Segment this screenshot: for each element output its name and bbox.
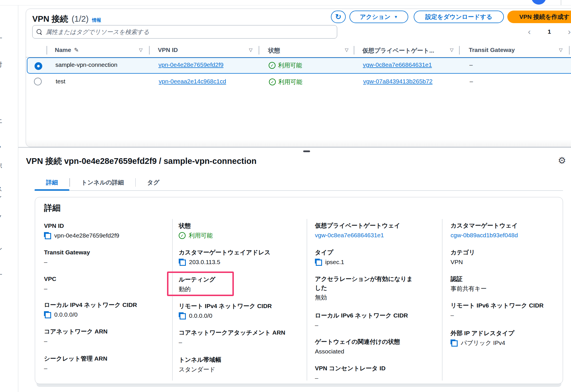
state-label: 利用可能 [278,78,302,86]
field-value: 動的 [179,285,191,294]
field-value: 事前共有キー [451,284,487,293]
sort-icon[interactable]: ▽ [249,47,252,53]
field-routing: ルーティング 動的 [179,275,299,294]
download-config-button[interactable]: 設定をダウンロードする [414,11,504,23]
field-authentication: 認証 事前共有キー [451,274,559,293]
field-vpn-concentrator-id: VPN コンセントレータ ID – [315,364,435,382]
copy-icon[interactable] [315,259,322,266]
vpn-connections-panel: VPN 接続 (1/2) 情報 ↻ アクション ▼ 設定をダウンロードする VP… [26,9,571,147]
column-divider [47,46,47,55]
field-label: シークレット管理 ARN [44,354,164,363]
row-name: test [56,78,65,85]
column-header-name[interactable]: Name✎ [55,47,79,53]
prev-page-icon[interactable]: ‹ [528,27,531,36]
tab-details[interactable]: 詳細 [35,174,69,191]
vpn-id-link[interactable]: vpn-0eeaa2e14c968c1cd [159,78,226,85]
state-cell: ✓ 利用可能 [269,61,302,69]
status-available-icon: ✓ [179,232,186,239]
split-panel-handle[interactable] [303,150,310,152]
vgw-link[interactable]: vgw-07a8439413b265b72 [363,78,433,85]
copy-icon[interactable] [179,312,186,319]
table-row[interactable]: sample-vpn-connection vpn-0e4e28e7659efd… [27,57,571,74]
column-header-vgw[interactable]: 仮想プライベートゲート... [362,47,434,55]
field-value: 203.0.113.5 [189,258,220,266]
field-label: 仮想プライベートゲートウェイ [315,221,435,230]
next-page-icon[interactable]: › [568,27,571,36]
sidebar-fragment: エ [0,117,3,125]
field-vpn-id: VPN ID vpn-0e4e28e7659efd2f9 [44,221,164,240]
download-label: 設定をダウンロードする [425,13,492,21]
column-header-state[interactable]: 状態 [268,47,280,55]
sidebar-fragment: 付 [0,60,2,69]
create-vpn-button[interactable]: VPN 接続を作成す [507,11,571,23]
sort-icon[interactable]: ▽ [450,47,453,53]
user-avatar[interactable] [531,0,546,5]
row-name: sample-vpn-connection [55,61,117,68]
sort-icon[interactable]: ▽ [345,47,348,53]
table-row[interactable]: test vpn-0eeaa2e14c968c1cd ✓ 利用可能 vgw-07… [27,74,571,90]
copy-icon[interactable] [44,232,51,239]
column-header-transit-gateway[interactable]: Transit Gateway [469,47,515,53]
field-label: コアネットワーク ARN [44,327,164,336]
field-label: 認証 [451,274,559,283]
refresh-icon: ↻ [335,13,341,21]
gear-icon[interactable]: ⚙ [558,155,566,166]
copy-icon[interactable] [44,311,51,318]
radio-unselected[interactable] [34,78,42,85]
sidebar-fragment: ノ [0,213,3,222]
field-value: – [315,374,318,382]
detail-title: VPN 接続 vpn-0e4e28e7659efd2f9 / sample-vp… [26,156,256,167]
field-label: トンネル帯域幅 [179,355,299,364]
edit-pencil-icon: ✎ [74,47,79,53]
page-title: VPN 接続 [32,13,68,25]
vpn-id-link[interactable]: vpn-0e4e28e7659efd2f9 [158,61,224,68]
state-cell: ✓ 利用可能 [269,78,302,86]
field-acceleration-enabled: アクセラレーションが有効になりました 無効 [315,274,415,302]
field-value: – [44,364,47,373]
column-header-vpn-id[interactable]: VPN ID [158,47,178,53]
vgw-link[interactable]: vgw-0c8ea7e66864631e1 [315,231,384,240]
field-label: ルーティング [179,275,299,284]
refresh-button[interactable]: ↻ [331,11,346,23]
aws-vpn-console-page: 一 付 エ ヽ ポ ス イ ノ ン 一 VPN 接続 (1/2) 情報 ↻ アク… [0,0,571,392]
tab-tunnel-details[interactable]: トンネルの詳細 [70,174,135,191]
info-link[interactable]: 情報 [92,17,101,23]
sort-icon[interactable]: ▽ [559,47,562,53]
field-label: 状態 [179,221,299,230]
field-value: VPN [451,258,463,266]
field-label: VPC [44,274,164,283]
copy-icon[interactable] [451,339,458,347]
result-count: (1/2) [72,14,89,24]
cgw-link[interactable]: cgw-0b89acd1b93ef048d [451,231,518,240]
copy-icon[interactable] [179,259,186,266]
field-type: タイプ ipsec.1 [315,248,435,266]
sort-icon[interactable]: ▽ [139,47,142,53]
list-header: VPN 接続 (1/2) 情報 [32,13,101,27]
tab-tags[interactable]: タグ [136,174,171,191]
vgw-link[interactable]: vgw-0c8ea7e66864631e1 [363,61,432,68]
column-divider [442,219,443,381]
topbar-divider [561,0,561,5]
field-state: 状態 ✓利用可能 [179,221,299,240]
field-local-ipv4-cidr: ローカル IPv4 ネットワーク CIDR 0.0.0.0/0 [44,300,164,319]
detail-tabs: 詳細 トンネルの詳細 タグ [35,174,563,191]
field-value: 0.0.0.0/0 [54,310,78,319]
field-label: ゲートウェイの関連付けの状態 [315,337,435,346]
radio-selected[interactable] [35,62,42,70]
status-available-icon: ✓ [269,62,276,69]
current-page[interactable]: 1 [548,28,551,35]
field-core-network-attachment-arn: コアネットワークアタッチメント ARN – [179,328,304,347]
column-divider [172,219,173,381]
field-label: アクセラレーションが有効になりました [315,274,415,292]
field-value: ipsec.1 [325,258,344,266]
field-local-ipv6-cidr: ローカル IPv6 ネットワーク CIDR – [315,311,435,329]
field-label: リモート IPv4 ネットワーク CIDR [179,301,299,310]
split-panel-divider [18,147,571,148]
caret-down-icon: ▼ [394,15,398,19]
field-value: 利用可能 [189,231,213,240]
field-vpc: VPC – [44,274,164,293]
search-input[interactable] [46,29,333,35]
field-label: Transit Gateway [44,248,164,257]
field-label: タイプ [315,248,435,257]
actions-dropdown-button[interactable]: アクション ▼ [349,11,408,23]
